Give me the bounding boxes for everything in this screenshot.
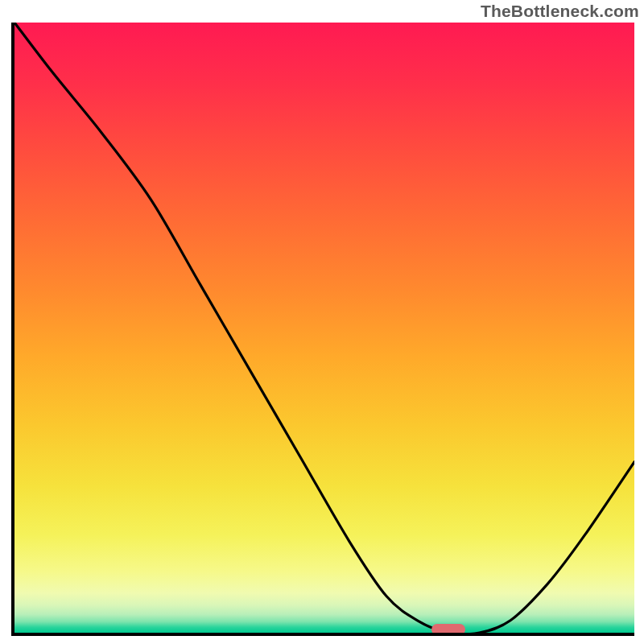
optimal-marker [431, 624, 465, 635]
chart-container: TheBottleneck.com [0, 0, 644, 644]
watermark-text: TheBottleneck.com [481, 2, 639, 21]
curve-path [14, 23, 634, 633]
bottleneck-curve [14, 23, 634, 633]
plot-area [11, 23, 634, 636]
